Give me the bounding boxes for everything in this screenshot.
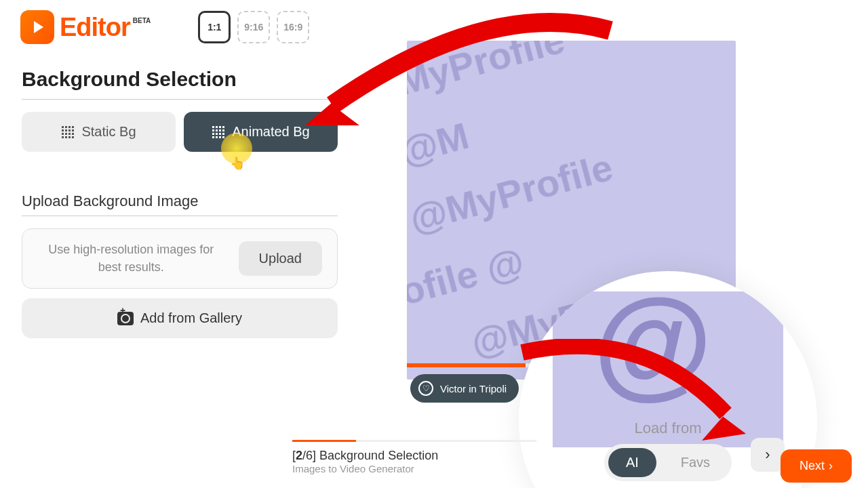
logo: Editor BETA <box>20 10 151 44</box>
aspect-ratio-group: 1:1 9:16 16:9 <box>198 11 309 43</box>
static-bg-button[interactable]: Static Bg <box>22 112 176 152</box>
background-section: Background Selection Static Bg Animated … <box>0 54 359 352</box>
camera-plus-icon <box>117 312 134 325</box>
heart-icon: ♡ <box>418 381 433 396</box>
animated-icon <box>212 125 225 139</box>
aspect-9-16[interactable]: 9:16 <box>237 11 270 43</box>
upload-hint: Use high-resolution images for best resu… <box>37 241 225 275</box>
footer-info: [2/6] Background Selection Images to Vid… <box>292 449 438 474</box>
at-symbol: @ <box>593 291 713 411</box>
load-from-label: Load from <box>519 420 817 437</box>
upload-section: Upload Background Image Use high-resolut… <box>22 192 338 338</box>
caption-chip[interactable]: ♡ Victor in Tripoli <box>410 374 519 403</box>
step-progress <box>292 440 536 442</box>
app-header: Editor BETA 1:1 9:16 16:9 <box>0 0 359 54</box>
chevron-right-icon: › <box>765 446 770 464</box>
divider <box>22 99 338 100</box>
ai-pill[interactable]: AI <box>608 448 656 477</box>
step-title: [2/6] Background Selection <box>292 449 438 463</box>
add-from-gallery-button[interactable]: Add from Gallery <box>22 298 338 338</box>
section-title: Background Selection <box>22 68 338 91</box>
static-icon <box>61 125 75 139</box>
animated-bg-button[interactable]: Animated Bg 👆 <box>184 112 338 152</box>
bg-type-toggle: Static Bg Animated Bg 👆 <box>22 112 338 152</box>
aspect-1-1[interactable]: 1:1 <box>198 11 231 43</box>
favs-pill[interactable]: Favs <box>663 448 728 477</box>
play-logo-icon <box>20 10 54 44</box>
left-panel: Editor BETA 1:1 9:16 16:9 Background Sel… <box>0 0 359 488</box>
next-chevron-button[interactable]: › <box>751 438 785 472</box>
upload-button[interactable]: Upload <box>239 241 322 276</box>
step-subtitle: Images to Video Generator <box>292 463 438 474</box>
divider <box>22 216 338 216</box>
next-button[interactable]: Next › <box>781 449 852 483</box>
cursor-hand-icon: 👆 <box>230 156 245 171</box>
brand-name: Editor <box>60 13 130 42</box>
chevron-right-icon: › <box>829 459 833 473</box>
aspect-16-9[interactable]: 16:9 <box>277 11 309 43</box>
beta-badge: BETA <box>133 17 151 24</box>
upload-title: Upload Background Image <box>22 192 338 210</box>
source-pills: AI Favs <box>604 444 732 481</box>
caption-text: Victor in Tripoli <box>440 383 507 394</box>
upload-box: Use high-resolution images for best resu… <box>22 228 338 289</box>
